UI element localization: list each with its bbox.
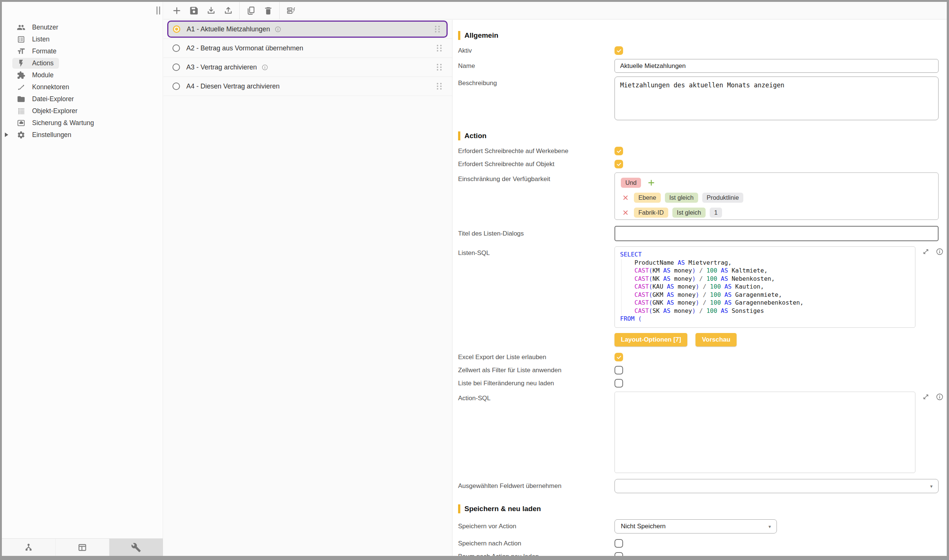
action-radio[interactable] bbox=[173, 25, 180, 33]
download-button[interactable] bbox=[202, 2, 220, 19]
titel-listen-dialog-label: Titel des Listen-Dialogs bbox=[458, 230, 615, 237]
save-button[interactable] bbox=[185, 2, 202, 19]
bolt-icon bbox=[17, 59, 25, 68]
app-window: BenutzerListenFormateActionsModuleKonnek… bbox=[2, 2, 947, 556]
list-icon bbox=[17, 35, 25, 44]
window-icon bbox=[77, 543, 88, 552]
schreibrechte-werkebene-checkbox[interactable] bbox=[615, 147, 623, 155]
duplicate-button[interactable] bbox=[242, 2, 260, 19]
schreibrechte-objekt-checkbox[interactable] bbox=[615, 160, 623, 168]
condition-row: Fabrik-IDIst gleich1 bbox=[621, 208, 932, 218]
drag-handle-icon[interactable] bbox=[437, 64, 441, 71]
action-radio[interactable] bbox=[172, 63, 180, 71]
info-icon[interactable] bbox=[935, 248, 944, 256]
action-list-button[interactable] bbox=[282, 2, 299, 19]
puzzle-icon bbox=[17, 71, 25, 80]
action-list-icon bbox=[286, 6, 296, 16]
action-radio[interactable] bbox=[172, 45, 180, 52]
sidebar-item-label: Module bbox=[32, 71, 53, 79]
connector-icon bbox=[17, 83, 25, 91]
sidebar-item-label: Benutzer bbox=[32, 23, 58, 31]
action-list-item[interactable]: A3 - Vertrag archivieren bbox=[163, 58, 452, 77]
upload-button[interactable] bbox=[220, 2, 237, 19]
action-radio[interactable] bbox=[172, 83, 180, 90]
sidebar-item-listen[interactable]: Listen bbox=[2, 33, 163, 45]
sql-code-line: ProductName AS Mietvertrag, bbox=[620, 259, 910, 267]
action-sql-editor[interactable] bbox=[615, 392, 915, 473]
action-list-item[interactable]: A4 - Diesen Vertrag archivieren bbox=[163, 77, 452, 96]
selected-action-item-box[interactable]: A1 - Aktuelle Mietzahlungen bbox=[167, 20, 448, 38]
action-list-item[interactable]: A2 - Betrag aus Vormonat übernehmen bbox=[163, 39, 452, 58]
select-value: Nicht Speichern bbox=[621, 523, 666, 530]
action-item-label: A3 - Vertrag archivieren bbox=[186, 63, 257, 71]
speichern-nach-checkbox[interactable] bbox=[615, 539, 623, 548]
vorschau-button[interactable]: Vorschau bbox=[695, 333, 737, 346]
drag-handle-icon[interactable] bbox=[437, 45, 441, 52]
condition-operator-chip[interactable]: Ist gleich bbox=[672, 208, 706, 218]
condition-field-chip[interactable]: Fabrik-ID bbox=[634, 208, 668, 218]
feldwert-uebernehmen-select[interactable]: ▾ bbox=[615, 479, 938, 493]
expand-arrow-icon[interactable] bbox=[5, 132, 8, 137]
condition-value-chip[interactable]: 1 bbox=[710, 208, 722, 218]
sidebar-item-einstellungen[interactable]: Einstellungen bbox=[2, 129, 163, 141]
add-condition-icon[interactable] bbox=[647, 178, 655, 187]
info-icon[interactable] bbox=[935, 393, 944, 401]
condition-field-chip[interactable]: Ebene bbox=[634, 192, 661, 203]
info-icon[interactable] bbox=[261, 64, 268, 71]
save-icon bbox=[189, 6, 199, 16]
sidebar-tab-tools[interactable] bbox=[109, 539, 163, 556]
name-label: Name bbox=[458, 62, 615, 70]
sidebar-item-objekt-explorer[interactable]: Objekt-Explorer bbox=[2, 105, 163, 117]
name-input[interactable] bbox=[615, 59, 938, 73]
aktiv-checkbox[interactable] bbox=[615, 46, 623, 55]
speichern-vor-label: Speichern vor Action bbox=[458, 523, 615, 530]
condition-value-chip[interactable]: Produktlinie bbox=[702, 192, 743, 203]
expand-editor-icon[interactable] bbox=[922, 248, 930, 256]
sidebar-item-pill: Datei-Explorer bbox=[12, 94, 80, 105]
zellwert-filter-checkbox[interactable] bbox=[615, 366, 623, 374]
excel-export-label: Excel Export der Liste erlauben bbox=[458, 354, 615, 361]
action-list-item[interactable]: A1 - Aktuelle Mietzahlungen bbox=[163, 20, 452, 39]
sidebar-item-pill: Formate bbox=[12, 46, 62, 57]
sidebar-item-datei-explorer[interactable]: Datei-Explorer bbox=[2, 93, 163, 105]
sidebar-item-pill: Listen bbox=[12, 34, 55, 45]
sidebar-item-sicherung-wartung[interactable]: Sicherung & Wartung bbox=[2, 117, 163, 129]
sidebar-item-konnektoren[interactable]: Konnektoren bbox=[2, 81, 163, 93]
sidebar-tab-tree[interactable] bbox=[2, 539, 55, 556]
speichern-vor-select[interactable]: Nicht Speichern ▾ bbox=[615, 519, 777, 534]
indent-guide bbox=[621, 259, 621, 315]
folder-icon bbox=[17, 95, 25, 103]
panel-resize-handle[interactable] bbox=[157, 6, 160, 15]
remove-condition-icon[interactable] bbox=[621, 209, 630, 216]
drag-handle-icon[interactable] bbox=[437, 83, 441, 89]
group-operator-chip[interactable]: Und bbox=[621, 178, 641, 188]
liste-neu-laden-label: Liste bei Filteränderung neu laden bbox=[458, 380, 615, 387]
excel-export-checkbox[interactable] bbox=[615, 353, 623, 362]
drag-handle-icon[interactable] bbox=[435, 26, 440, 32]
listen-sql-editor[interactable]: SELECT ProductName AS Mietvertrag, CAST(… bbox=[615, 246, 915, 328]
sidebar-item-pill: Objekt-Explorer bbox=[12, 106, 83, 117]
sidebar-item-formate[interactable]: Formate bbox=[2, 45, 163, 57]
listen-sql-label: Listen-SQL bbox=[458, 246, 615, 257]
expand-editor-icon[interactable] bbox=[922, 393, 930, 401]
sidebar-item-benutzer[interactable]: Benutzer bbox=[2, 21, 163, 33]
sidebar-tab-layout[interactable] bbox=[55, 539, 109, 556]
baum-neu-laden-checkbox[interactable] bbox=[615, 552, 623, 556]
action-item-label: A4 - Diesen Vertrag archivieren bbox=[186, 83, 280, 90]
sql-code-line: CAST(SK AS money) / 100 AS Sonstiges bbox=[620, 307, 910, 315]
info-icon[interactable] bbox=[274, 26, 281, 33]
delete-icon bbox=[263, 6, 273, 16]
beschreibung-textarea[interactable] bbox=[615, 77, 938, 120]
liste-neu-laden-checkbox[interactable] bbox=[615, 379, 623, 388]
speichern-nach-label: Speichern nach Action bbox=[458, 540, 615, 547]
people-icon bbox=[17, 23, 25, 32]
action-list-panel: A1 - Aktuelle MietzahlungenA2 - Betrag a… bbox=[163, 20, 452, 556]
remove-condition-icon[interactable] bbox=[621, 194, 630, 201]
titel-listen-dialog-input[interactable] bbox=[615, 226, 938, 241]
add-button[interactable] bbox=[168, 2, 185, 19]
sidebar-item-module[interactable]: Module bbox=[2, 69, 163, 81]
sidebar-item-actions[interactable]: Actions bbox=[2, 57, 163, 69]
layout-optionen-button[interactable]: Layout-Optionen [7] bbox=[615, 333, 687, 346]
condition-operator-chip[interactable]: Ist gleich bbox=[665, 192, 698, 203]
delete-button[interactable] bbox=[260, 2, 277, 19]
